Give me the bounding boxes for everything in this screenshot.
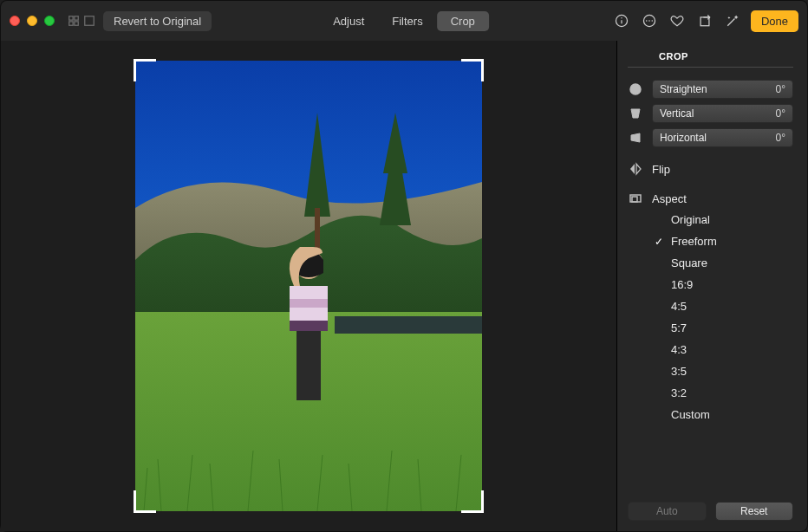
aspect-original[interactable]: Original [654, 213, 793, 226]
aspect-square[interactable]: Square [654, 256, 793, 269]
crop-handle-bottom-right[interactable] [461, 490, 484, 513]
svg-rect-31 [296, 331, 321, 400]
body: CROP Straighten 0° Vertical 0° [1, 41, 807, 531]
crop-handle-bottom-left[interactable] [134, 490, 156, 513]
aspect-5-7[interactable]: 5:7 [654, 321, 793, 334]
aspect-item-label: 5:7 [671, 321, 687, 334]
view-mode-icons [67, 14, 96, 28]
info-icon[interactable] [612, 11, 631, 30]
vertical-perspective-icon [628, 106, 643, 121]
svg-point-10 [648, 20, 650, 22]
titlebar: Revert to Original Adjust Filters Crop D… [1, 1, 807, 41]
aspect-icon [628, 191, 643, 206]
vertical-label: Vertical [660, 107, 694, 120]
done-button[interactable]: Done [751, 10, 798, 32]
straighten-icon [628, 81, 643, 97]
horizontal-dial[interactable]: Horizontal 0° [652, 128, 793, 147]
crop-sidebar: CROP Straighten 0° Vertical 0° [616, 41, 807, 531]
sidebar-footer: Auto Reset [628, 502, 793, 521]
aspect-freeform[interactable]: ✓Freeform [654, 235, 793, 248]
aspect-item-label: 16:9 [671, 278, 693, 291]
aspect-item-label: Freeform [671, 235, 717, 248]
svg-point-9 [646, 20, 648, 22]
zoom-window-button[interactable] [44, 16, 55, 26]
photo [135, 61, 482, 511]
flip-icon [628, 161, 643, 177]
svg-rect-36 [632, 197, 637, 202]
tab-adjust[interactable]: Adjust [319, 11, 378, 31]
single-icon[interactable] [82, 14, 96, 28]
toolbar-right: Done [612, 10, 798, 32]
straighten-label: Straighten [660, 83, 707, 95]
aspect-list: Original ✓Freeform Square 16:9 4:5 5:7 4… [654, 213, 793, 421]
close-window-button[interactable] [10, 16, 20, 26]
aspect-item-label: Custom [671, 408, 710, 421]
auto-button[interactable]: Auto [628, 502, 707, 521]
minimize-window-button[interactable] [27, 16, 37, 26]
angle-controls: Straighten 0° Vertical 0° Horizontal 0 [628, 80, 793, 147]
tab-crop[interactable]: Crop [437, 11, 489, 31]
edit-mode-segmented: Adjust Filters Crop [319, 11, 489, 31]
aspect-item-label: 3:5 [671, 365, 687, 378]
horizontal-row: Horizontal 0° [628, 128, 793, 147]
aspect-item-label: Square [671, 256, 707, 269]
straighten-value: 0° [776, 83, 785, 95]
aspect-4-5[interactable]: 4:5 [654, 300, 793, 313]
flip-label: Flip [652, 163, 670, 176]
reset-button[interactable]: Reset [715, 502, 794, 521]
horizontal-value: 0° [776, 132, 785, 144]
revert-to-original-button[interactable]: Revert to Original [103, 11, 212, 31]
photo-crop-frame[interactable] [135, 61, 482, 511]
svg-rect-3 [75, 22, 78, 25]
tab-filters[interactable]: Filters [378, 11, 436, 31]
aspect-3-5[interactable]: 3:5 [654, 365, 793, 378]
straighten-row: Straighten 0° [628, 80, 793, 99]
aspect-header[interactable]: Aspect [628, 191, 793, 206]
aspect-3-2[interactable]: 3:2 [654, 386, 793, 399]
svg-point-7 [621, 17, 622, 18]
aspect-label: Aspect [652, 192, 687, 205]
svg-rect-0 [69, 16, 73, 20]
crop-handle-top-left[interactable] [134, 59, 156, 81]
flip-action[interactable]: Flip [628, 161, 793, 177]
aspect-item-label: 3:2 [671, 386, 687, 399]
aspect-4-3[interactable]: 4:3 [654, 343, 793, 356]
crop-handle-top-right[interactable] [461, 59, 484, 81]
favorite-icon[interactable] [668, 11, 687, 30]
canvas-area [1, 41, 616, 531]
vertical-value: 0° [776, 107, 785, 120]
vertical-row: Vertical 0° [628, 104, 793, 123]
aspect-item-label: 4:3 [671, 343, 687, 356]
aspect-16-9[interactable]: 16:9 [654, 278, 793, 291]
auto-enhance-icon[interactable] [723, 11, 742, 30]
horizontal-label: Horizontal [660, 132, 707, 144]
aspect-item-label: 4:5 [671, 300, 687, 313]
window: Revert to Original Adjust Filters Crop D… [0, 0, 808, 532]
vertical-dial[interactable]: Vertical 0° [652, 104, 793, 123]
svg-rect-4 [85, 16, 94, 26]
rotate-icon[interactable] [695, 11, 714, 30]
svg-rect-2 [69, 22, 73, 25]
svg-rect-1 [75, 16, 78, 20]
svg-rect-28 [290, 321, 328, 331]
svg-rect-27 [335, 316, 482, 334]
sidebar-title: CROP [628, 51, 793, 68]
svg-point-11 [651, 20, 653, 22]
aspect-custom[interactable]: Custom [654, 408, 793, 421]
more-icon[interactable] [640, 11, 659, 30]
aspect-item-label: Original [671, 213, 710, 226]
horizontal-perspective-icon [628, 130, 643, 146]
straighten-dial[interactable]: Straighten 0° [652, 80, 793, 99]
window-controls [10, 16, 55, 26]
grid-icon[interactable] [67, 14, 81, 28]
svg-rect-30 [290, 299, 328, 308]
